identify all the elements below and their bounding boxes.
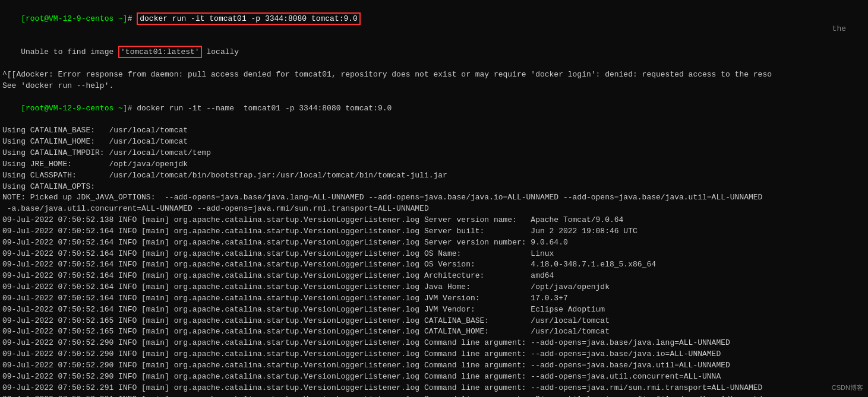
line-25: 09-Jul-2022 07:50:52.290 INFO [main] org…	[0, 338, 868, 349]
line-21: 09-Jul-2022 07:50:52.164 INFO [main] org…	[0, 293, 868, 304]
line-27: 09-Jul-2022 07:50:52.290 INFO [main] org…	[0, 360, 868, 371]
line-1: [root@VM-12-9-centos ~]# docker run -it …	[0, 2, 868, 36]
line-23: 09-Jul-2022 07:50:52.165 INFO [main] org…	[0, 316, 868, 327]
line-11: Using CATALINA_OPTS:	[0, 182, 868, 193]
terminal: [root@VM-12-9-centos ~]# docker run -it …	[0, 0, 868, 397]
line-9: Using JRE_HOME: /opt/java/openjdk	[0, 159, 868, 170]
line-15: 09-Jul-2022 07:50:52.164 INFO [main] org…	[0, 226, 868, 237]
line-30: 09-Jul-2022 07:50:52.291 INFO [main] org…	[0, 394, 868, 397]
prompt-hash-2: # docker run -it --name tomcat01 -p 3344…	[128, 104, 392, 113]
line-6: Using CATALINA_BASE: /usr/local/tomcat	[0, 125, 868, 136]
line-22: 09-Jul-2022 07:50:52.164 INFO [main] org…	[0, 304, 868, 316]
the-text: the	[832, 24, 846, 33]
line-20: 09-Jul-2022 07:50:52.164 INFO [main] org…	[0, 282, 868, 293]
line-18: 09-Jul-2022 07:50:52.164 INFO [main] org…	[0, 259, 868, 271]
line-5: [root@VM-12-9-centos ~]# docker run -it …	[0, 92, 868, 126]
cmd-highlighted: docker run -it tomcat01 -p 3344:8080 tom…	[137, 12, 361, 25]
watermark: CSDN博客 the	[832, 383, 863, 392]
locally-text: locally	[202, 47, 239, 56]
prompt-2: [root@VM-12-9-centos ~]	[21, 104, 127, 113]
line-3: ^[[Adocker: Error response from daemon: …	[0, 69, 868, 81]
line-28: 09-Jul-2022 07:50:52.290 INFO [main] org…	[0, 371, 868, 383]
line-17: 09-Jul-2022 07:50:52.164 INFO [main] org…	[0, 249, 868, 260]
line-29: 09-Jul-2022 07:50:52.291 INFO [main] org…	[0, 383, 868, 394]
line-8: Using CATALINA_TMPDIR: /usr/local/tomcat…	[0, 148, 868, 159]
line-2: Unable to find image 'tomcat01:latest' l…	[0, 36, 868, 70]
line-13: -a.base/java.util.concurrent=ALL-UNNAMED…	[0, 204, 868, 215]
line-10: Using CLASSPATH: /usr/local/tomcat/bin/b…	[0, 170, 868, 182]
unable-text: Unable to find image	[21, 47, 118, 56]
prompt-hash-1: #	[128, 14, 137, 23]
watermark-text: CSDN博客	[832, 384, 863, 391]
line-4: See 'docker run --help'.	[0, 81, 868, 92]
line-7: Using CATALINA_HOME: /usr/local/tomcat	[0, 136, 868, 148]
line-16: 09-Jul-2022 07:50:52.164 INFO [main] org…	[0, 237, 868, 249]
line-19: 09-Jul-2022 07:50:52.164 INFO [main] org…	[0, 271, 868, 282]
line-24: 09-Jul-2022 07:50:52.165 INFO [main] org…	[0, 326, 868, 338]
line-12: NOTE: Picked up JDK_JAVA_OPTIONS: --add-…	[0, 192, 868, 204]
line-14: 09-Jul-2022 07:50:52.138 INFO [main] org…	[0, 215, 868, 226]
line-26: 09-Jul-2022 07:50:52.290 INFO [main] org…	[0, 349, 868, 360]
prompt-1: [root@VM-12-9-centos ~]	[21, 14, 127, 23]
image-name: 'tomcat01:latest'	[118, 46, 202, 58]
